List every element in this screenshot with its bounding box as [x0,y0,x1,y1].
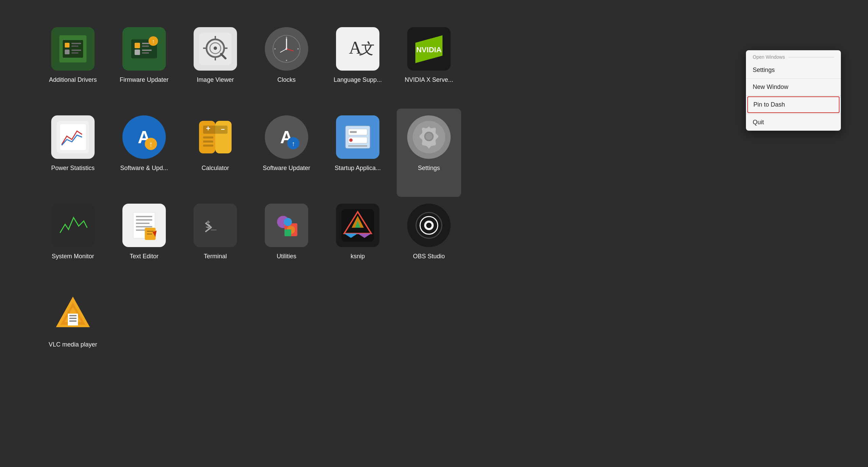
svg-rect-3 [65,50,70,54]
svg-text:−: − [221,126,225,133]
svg-text:文: 文 [359,40,374,57]
svg-rect-107 [69,315,77,316]
app-label-obs-studio: OBS Studio [413,253,445,260]
app-icon-image-viewer [194,27,237,71]
context-menu-new-window[interactable]: New Window [746,79,841,95]
svg-rect-1 [63,40,83,58]
app-label-nvidia: NVIDIA X Serve... [405,76,453,84]
app-icon-settings [407,115,451,159]
app-icon-calculator: − + [194,115,237,159]
svg-rect-109 [69,320,77,322]
app-label-startup-applications: Startup Applica... [335,164,381,172]
app-label-language-support: Language Supp... [334,76,382,84]
app-item-vlc[interactable]: VLC media player [41,285,105,373]
app-item-software-updater[interactable]: A ↑ Software Updater [254,109,319,197]
app-item-image-viewer[interactable]: Image Viewer [183,20,248,109]
app-icon-nvidia: NVIDIA [407,27,451,71]
svg-rect-6 [72,50,81,51]
svg-point-71 [426,133,432,140]
app-item-terminal[interactable]: $_ Terminal [183,197,248,285]
app-item-text-editor[interactable]: Text Editor [112,197,176,285]
app-label-calculator: Calculator [201,164,229,172]
app-label-utilities: Utilities [277,253,296,260]
app-item-language-support[interactable]: A 文 Language Supp... [326,20,390,109]
app-label-vlc: VLC media player [48,341,97,349]
app-label-terminal: Terminal [204,253,227,260]
svg-rect-12 [142,45,149,47]
app-label-settings: Settings [418,164,440,172]
context-menu-quit[interactable]: Quit [746,114,841,131]
app-label-ksnip: ksnip [351,253,365,260]
context-section-label: Open Windows [746,50,841,62]
svg-text:NVIDIA: NVIDIA [416,45,442,54]
svg-rect-77 [136,223,150,224]
svg-point-33 [286,60,287,61]
svg-rect-108 [69,318,77,319]
app-item-startup-applications[interactable]: Startup Applica... [326,109,390,197]
svg-text:+: + [206,124,211,133]
svg-rect-67 [348,145,367,147]
app-item-firmware-updater[interactable]: ↑ Firmware Updater [112,20,176,109]
app-item-calculator[interactable]: − + Calculator [183,109,248,197]
svg-rect-53 [203,141,213,143]
svg-rect-13 [142,50,152,51]
app-label-software-updater: Software Updater [263,164,310,172]
app-icon-startup-applications [336,115,379,159]
app-icon-obs-studio [407,204,451,247]
svg-rect-52 [203,136,213,138]
app-item-settings[interactable]: Settings [397,109,461,197]
svg-point-32 [286,37,287,38]
app-item-additional-drivers[interactable]: Additional Drivers [41,20,105,109]
app-item-clocks[interactable]: Clocks [254,20,319,109]
svg-rect-54 [203,145,213,147]
app-label-image-viewer: Image Viewer [197,76,234,84]
app-item-utilities[interactable]: Utilities [254,197,319,285]
svg-text:↑: ↑ [152,38,155,44]
app-grid: Additional Drivers ↑ Firmware Updater [0,0,868,394]
svg-point-102 [426,223,432,228]
app-icon-firmware-updater: ↑ [122,27,166,71]
app-label-clocks: Clocks [277,76,296,84]
svg-rect-10 [135,50,140,55]
svg-point-35 [297,48,299,50]
app-item-software-upd[interactable]: A ↑ Software & Upd... [112,109,176,197]
app-label-firmware-updater: Firmware Updater [120,76,169,84]
svg-point-66 [349,138,353,142]
svg-rect-7 [72,52,78,54]
app-icon-clocks [265,27,308,71]
app-label-system-monitor: System Monitor [52,253,94,260]
svg-rect-75 [136,216,152,217]
app-icon-terminal: $_ [194,204,237,247]
app-item-power-statistics[interactable]: Power Statistics [41,109,105,197]
svg-rect-64 [350,131,357,133]
svg-rect-4 [72,43,81,44]
app-icon-additional-drivers [51,27,95,71]
svg-rect-81 [147,231,154,232]
app-item-ksnip[interactable]: ksnip [326,197,390,285]
svg-rect-9 [135,43,140,48]
svg-rect-76 [136,219,152,221]
app-icon-software-updater: A ↑ [265,115,308,159]
context-menu-settings[interactable]: Settings [746,62,841,78]
svg-rect-82 [147,234,152,235]
app-icon-vlc [51,292,95,335]
app-label-power-statistics: Power Statistics [51,164,95,172]
svg-point-91 [284,218,292,226]
app-icon-language-support: A 文 [336,27,379,71]
svg-text:↑: ↑ [149,140,153,148]
svg-rect-2 [65,43,70,48]
svg-rect-5 [72,45,78,47]
app-icon-software-upd: A ↑ [122,115,166,159]
app-label-software-upd: Software & Upd... [120,164,168,172]
app-icon-utilities [265,204,308,247]
divider-2 [746,95,841,96]
app-icon-system-monitor [51,204,95,247]
context-menu: Open Windows Settings New Window Pin to … [746,50,841,131]
app-item-obs-studio[interactable]: OBS Studio [397,197,461,285]
app-icon-power-statistics [51,115,95,159]
app-item-nvidia[interactable]: NVIDIA NVIDIA X Serve... [397,20,461,109]
context-menu-pin-to-dash[interactable]: Pin to Dash [747,96,840,113]
svg-rect-14 [142,52,149,54]
app-icon-text-editor [122,204,166,247]
app-item-system-monitor[interactable]: System Monitor [41,197,105,285]
